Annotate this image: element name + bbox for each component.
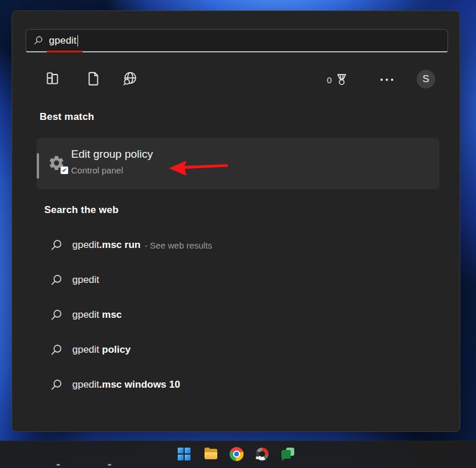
suggestion-text: gpedit.msc run xyxy=(72,239,140,251)
rewards-points: 0 xyxy=(327,75,332,85)
suggestion-text: gpedit msc xyxy=(72,309,122,321)
more-options-button[interactable] xyxy=(380,79,393,81)
chrome-button[interactable] xyxy=(230,447,244,461)
search-icon xyxy=(50,344,62,356)
text-caret xyxy=(77,35,79,47)
filter-apps[interactable] xyxy=(44,70,61,87)
filter-web[interactable] xyxy=(122,70,138,87)
checkmark-badge-icon: ✔ xyxy=(61,166,68,174)
filter-documents[interactable] xyxy=(85,70,101,87)
result-title: Edit group policy xyxy=(71,148,153,161)
google-chat-button[interactable] xyxy=(281,447,295,461)
document-icon xyxy=(85,70,101,87)
rewards-medal-icon xyxy=(334,72,350,88)
search-flyout-panel: gpedit 0 xyxy=(12,10,460,432)
search-input[interactable]: gpedit xyxy=(26,29,448,52)
suggestion-text: gpedit xyxy=(72,274,99,286)
web-suggestion-list: gpedit.msc run - See web results gpedit … xyxy=(37,228,445,402)
start-button[interactable] xyxy=(177,447,192,462)
search-icon xyxy=(33,36,43,45)
suggestion-text: gpedit policy xyxy=(72,344,131,356)
taskbar xyxy=(0,441,476,468)
web-suggestion-row[interactable]: gpedit policy xyxy=(37,332,445,367)
search-icon xyxy=(50,239,62,251)
group-policy-gear-icon: ✔ xyxy=(48,154,66,173)
search-icon xyxy=(50,379,62,391)
best-match-result[interactable]: ✔ Edit group policy Control panel xyxy=(37,138,439,189)
web-suggestion-row[interactable]: gpedit.msc run - See web results xyxy=(37,228,445,263)
search-icon xyxy=(50,274,62,286)
suggestion-text: gpedit.msc windows 10 xyxy=(72,379,180,391)
file-explorer-button[interactable] xyxy=(204,447,218,461)
windows-logo-icon xyxy=(178,448,184,453)
rewards-button[interactable]: 0 xyxy=(327,72,350,88)
web-suggestion-row[interactable]: gpedit.msc windows 10 xyxy=(37,367,445,402)
suggestion-note: - See web results xyxy=(144,240,212,250)
running-indicator-chat xyxy=(108,464,111,466)
web-suggestion-row[interactable]: gpedit msc xyxy=(37,297,445,332)
red-underline-annotation xyxy=(47,51,83,52)
ring-app-button[interactable] xyxy=(255,447,269,461)
selection-indicator xyxy=(37,153,39,179)
best-match-heading: Best match xyxy=(40,111,94,123)
web-suggestion-row[interactable]: gpedit xyxy=(37,263,445,297)
search-icon xyxy=(50,309,62,321)
ring-app-icon xyxy=(256,448,269,460)
web-globe-icon xyxy=(122,70,138,87)
search-the-web-heading: Search the web xyxy=(44,204,119,216)
user-avatar[interactable]: S xyxy=(417,70,435,88)
ellipsis-icon xyxy=(380,79,383,81)
taskbar-icons xyxy=(177,447,295,462)
running-indicator-chrome xyxy=(57,464,60,466)
apps-grid-icon xyxy=(44,70,61,87)
search-query-text: gpedit xyxy=(49,35,77,47)
avatar-initial: S xyxy=(422,73,429,85)
result-subtitle: Control panel xyxy=(71,165,123,175)
